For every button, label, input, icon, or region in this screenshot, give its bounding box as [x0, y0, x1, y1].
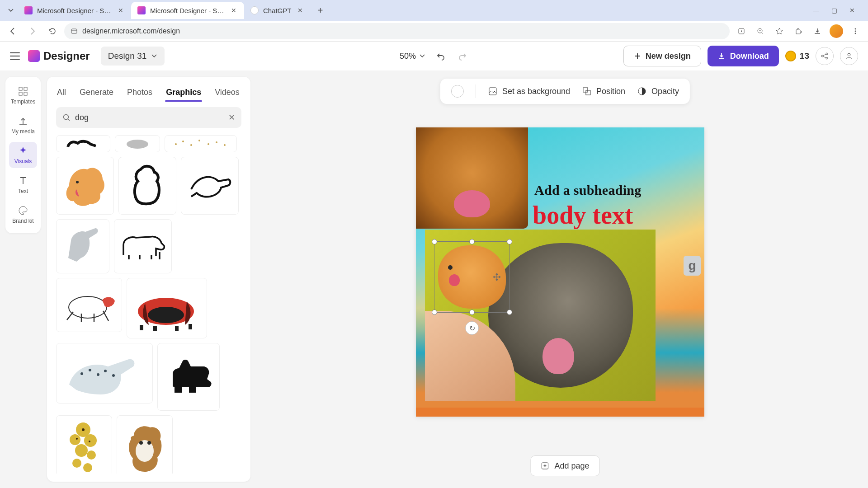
canvas-area[interactable]: Set as background Position Opacity Add a…	[262, 70, 868, 488]
canvas-glyph[interactable]: g	[684, 256, 701, 276]
redo-button[interactable]	[457, 50, 468, 62]
pomeranian-icon	[60, 163, 110, 208]
panel-tab-photos[interactable]: Photos	[126, 85, 153, 100]
graphic-thumb[interactable]	[56, 219, 109, 273]
design-name-dropdown[interactable]: Design 31	[101, 47, 165, 66]
app-header: Designer Design 31 50% New design Downlo…	[0, 42, 868, 70]
panel-tab-graphics[interactable]: Graphics	[165, 85, 202, 100]
menu-button[interactable]	[10, 52, 20, 60]
maximize-icon[interactable]: ▢	[830, 7, 838, 14]
svg-point-33	[70, 434, 80, 445]
canvas-dog-face-image[interactable]	[416, 127, 528, 229]
account-button[interactable]	[840, 47, 858, 65]
graphic-thumb[interactable]	[56, 135, 110, 152]
address-bar: designer.microsoft.com/design	[0, 21, 868, 42]
zoom-dropdown[interactable]: 50%	[400, 52, 425, 61]
profile-button[interactable]	[828, 23, 844, 39]
selection-box[interactable]: ↻	[434, 241, 510, 313]
svg-point-18	[190, 144, 192, 146]
close-tab-icon[interactable]: ✕	[230, 6, 238, 14]
context-toolbar: Set as background Position Opacity	[440, 79, 690, 104]
extensions-button[interactable]	[790, 23, 807, 39]
star-icon	[775, 27, 783, 35]
set-as-background-button[interactable]: Set as background	[488, 86, 570, 96]
rail-visuals[interactable]: Visuals	[9, 142, 37, 168]
search-results[interactable]	[56, 135, 241, 474]
design-canvas[interactable]: Add a subheading body text g ↻	[416, 127, 704, 417]
install-icon	[737, 27, 745, 35]
browser-tab[interactable]: Microsoft Designer - Stunning ✕	[18, 2, 131, 19]
plus-icon	[634, 52, 641, 60]
sparkle-icon	[18, 145, 28, 156]
graphic-thumb[interactable]	[117, 415, 173, 474]
resize-handle-bm[interactable]	[469, 310, 475, 315]
panel-tab-all[interactable]: All	[56, 85, 67, 100]
site-info-icon[interactable]	[71, 28, 78, 35]
panel-tab-generate[interactable]: Generate	[79, 85, 114, 100]
panel-tab-videos[interactable]: Videos	[214, 85, 241, 100]
url-field[interactable]: designer.microsoft.com/design	[64, 23, 730, 39]
svg-point-40	[76, 438, 78, 440]
undo-button[interactable]	[435, 50, 447, 62]
tab-search-dropdown[interactable]	[4, 3, 18, 18]
search-input[interactable]	[75, 113, 224, 122]
brand[interactable]: Designer	[28, 50, 90, 62]
resize-handle-tm[interactable]	[469, 239, 475, 244]
credits-badge[interactable]: 13	[785, 51, 809, 61]
bookmark-button[interactable]	[771, 23, 788, 39]
search-box[interactable]: ✕	[56, 107, 241, 128]
svg-point-30	[104, 370, 107, 372]
graphic-thumb[interactable]	[157, 343, 220, 411]
graphic-thumb[interactable]	[115, 135, 160, 152]
reload-button[interactable]	[44, 23, 61, 39]
svg-point-19	[198, 140, 200, 141]
download-button[interactable]: Download	[708, 46, 779, 66]
browser-tab[interactable]: Microsoft Designer - Stunning ✕	[131, 2, 244, 19]
graphic-thumb[interactable]	[56, 278, 122, 332]
browser-tab[interactable]: ChatGPT ✕	[244, 2, 311, 19]
canvas-body-text[interactable]: body text	[533, 201, 633, 230]
chrome-menu-button[interactable]	[847, 23, 863, 39]
graphic-thumb[interactable]	[114, 219, 172, 273]
svg-point-4	[855, 30, 856, 32]
color-swatch[interactable]	[451, 85, 464, 98]
close-tab-icon[interactable]: ✕	[117, 6, 125, 14]
resize-handle-br[interactable]	[507, 310, 512, 315]
downloads-button[interactable]	[809, 23, 826, 39]
rail-my-media[interactable]: My media	[9, 112, 37, 138]
add-page-button[interactable]: Add page	[530, 455, 599, 476]
new-design-button[interactable]: New design	[623, 46, 701, 66]
new-tab-button[interactable]: +	[313, 3, 328, 18]
forward-button[interactable]	[24, 23, 41, 39]
graphic-thumb[interactable]	[118, 157, 176, 215]
resize-handle-tr[interactable]	[507, 239, 512, 244]
graphic-thumb[interactable]	[165, 135, 237, 152]
canvas-subheading-text[interactable]: Add a subheading	[534, 183, 642, 198]
resize-handle-tl[interactable]	[432, 239, 437, 244]
svg-point-34	[84, 434, 97, 447]
rail-templates[interactable]: Templates	[9, 82, 37, 108]
rail-text[interactable]: Text	[9, 172, 37, 198]
clear-search-button[interactable]: ✕	[228, 113, 235, 122]
svg-point-35	[75, 444, 88, 457]
graphic-thumb[interactable]	[181, 157, 239, 215]
install-app-button[interactable]	[733, 23, 750, 39]
zoom-indicator-button[interactable]	[752, 23, 769, 39]
graphic-thumb[interactable]	[56, 343, 153, 404]
close-window-icon[interactable]: ✕	[848, 7, 856, 14]
graphic-thumb[interactable]	[127, 278, 207, 338]
close-tab-icon[interactable]: ✕	[296, 6, 304, 14]
minimize-icon[interactable]: —	[812, 7, 820, 14]
graphic-thumb[interactable]	[56, 415, 112, 474]
templates-icon	[18, 86, 28, 97]
graphic-thumb[interactable]	[56, 157, 114, 215]
opacity-button[interactable]: Opacity	[637, 86, 679, 96]
back-button[interactable]	[5, 23, 21, 39]
rail-brand-kit[interactable]: Brand kit	[9, 202, 37, 228]
svg-rect-10	[19, 87, 22, 90]
rotate-handle[interactable]: ↻	[465, 321, 479, 335]
resize-handle-bl[interactable]	[432, 310, 437, 315]
svg-point-36	[87, 450, 96, 460]
share-button[interactable]	[816, 47, 834, 65]
position-button[interactable]: Position	[582, 86, 625, 96]
